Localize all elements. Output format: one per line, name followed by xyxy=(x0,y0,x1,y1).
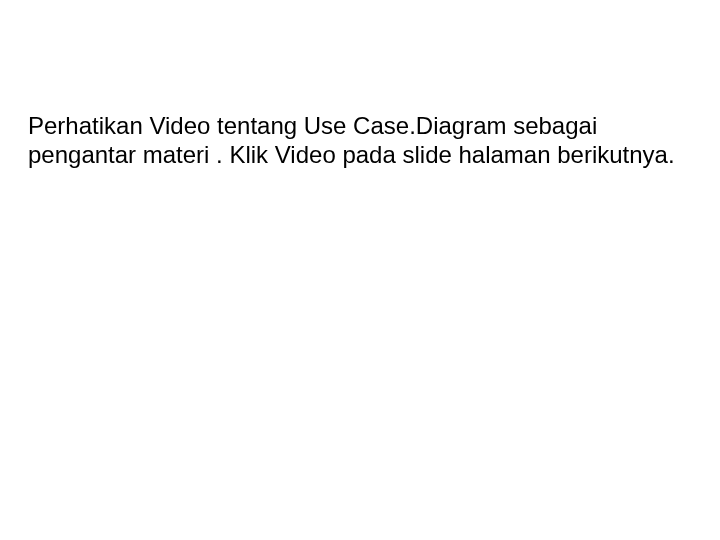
slide-content: Perhatikan Video tentang Use Case.Diagra… xyxy=(28,112,678,170)
body-text: Perhatikan Video tentang Use Case.Diagra… xyxy=(28,112,678,170)
